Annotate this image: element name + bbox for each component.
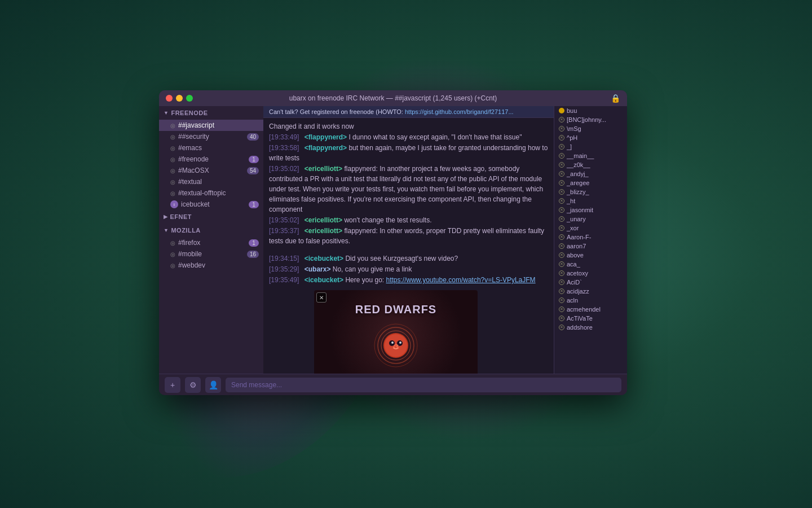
user-item-aaron-f[interactable]: ✕ Aaron-F- bbox=[554, 233, 627, 242]
channel-hash-icon: ◎ bbox=[170, 251, 175, 257]
video-title: RED DWARFS bbox=[355, 303, 436, 316]
remove-icon: ✕ bbox=[559, 180, 564, 186]
network-efnet[interactable]: ▶ EFNET bbox=[159, 210, 263, 224]
user-item-acid-backtick[interactable]: ✕ AciD` bbox=[554, 278, 627, 287]
user-item-aaron7[interactable]: ✕ aaron7 bbox=[554, 242, 627, 251]
user-name: above bbox=[567, 252, 584, 259]
remove-icon: ✕ bbox=[559, 189, 564, 195]
user-button[interactable]: 👤 bbox=[205, 377, 221, 393]
user-item-andyj[interactable]: ✕ _andyj_ bbox=[554, 169, 627, 178]
arrow-icon: ▶ bbox=[164, 214, 168, 220]
user-name: addshore bbox=[567, 324, 593, 331]
sidebar-item-textual-offtopic[interactable]: ◎ #textual-offtopic bbox=[159, 187, 263, 199]
timestamp: [19:33:49] bbox=[269, 133, 299, 141]
sender-name: <icebucket> bbox=[304, 255, 343, 262]
user-name: acidjazz bbox=[567, 288, 589, 295]
user-item-main[interactable]: ✕ __main__ bbox=[554, 151, 627, 160]
message-row: [19:35:02] <ericelliott> flappynerd: In … bbox=[269, 164, 548, 214]
op-icon bbox=[559, 108, 564, 113]
remove-icon: ✕ bbox=[559, 198, 564, 204]
timestamp: [19:34:15] bbox=[269, 255, 299, 262]
sidebar-item-textual[interactable]: ◎ #textual bbox=[159, 176, 263, 187]
user-name: AciD` bbox=[567, 279, 582, 286]
sidebar-item-webdev[interactable]: ◎ #webdev bbox=[159, 260, 263, 271]
lock-icon: 🔒 bbox=[611, 94, 620, 103]
sidebar-item-firefox[interactable]: ◎ #firefox 1 bbox=[159, 237, 263, 248]
network-mozilla[interactable]: ▼ MOZILLA bbox=[159, 224, 263, 237]
channel-hash-icon: ◎ bbox=[170, 156, 175, 163]
sidebar-item-freenode[interactable]: ◎ #freenode 1 bbox=[159, 154, 263, 165]
sidebar-item-mobile[interactable]: ◎ #mobile 16 bbox=[159, 248, 263, 260]
remove-icon: ✕ bbox=[559, 162, 564, 168]
sender-name: <ubarx> bbox=[304, 265, 331, 273]
sidebar: ▼ FREENODE ◎ ##javascript ◎ ##security 4… bbox=[159, 106, 263, 374]
user-name: [BNC]johnny... bbox=[567, 116, 606, 123]
sidebar-item-security[interactable]: ◎ ##security 40 bbox=[159, 131, 263, 142]
messages-container: Changed it and it works now [19:33:49] <… bbox=[263, 118, 554, 374]
remove-icon: ✕ bbox=[559, 325, 564, 330]
user-icon: 👤 bbox=[209, 380, 218, 389]
user-item-addshore[interactable]: ✕ addshore bbox=[554, 323, 627, 332]
svg-point-4 bbox=[385, 334, 407, 357]
user-item-z0k[interactable]: ✕ __z0k__ bbox=[554, 160, 627, 169]
user-item-above[interactable]: ✕ above bbox=[554, 251, 627, 260]
notice-text: Can't talk? Get registered on freenode (… bbox=[269, 108, 405, 115]
remove-icon: ✕ bbox=[559, 225, 564, 231]
channel-label: #textual bbox=[178, 178, 202, 186]
minimize-button[interactable] bbox=[176, 95, 183, 102]
user-item-ph[interactable]: ✕ ^pH bbox=[554, 133, 627, 142]
user-item-buu[interactable]: buu bbox=[554, 106, 627, 115]
user-name: _] bbox=[567, 143, 572, 150]
youtube-link[interactable]: https://www.youtube.com/watch?v=LS-VPyLa… bbox=[386, 276, 536, 284]
user-item-acidjazz[interactable]: ✕ acidjazz bbox=[554, 287, 627, 296]
user-item-activate[interactable]: ✕ AcTiVaTe bbox=[554, 314, 627, 323]
traffic-lights bbox=[166, 95, 193, 102]
arrow-icon: ▼ bbox=[164, 227, 169, 233]
user-name: _aregee bbox=[567, 179, 589, 186]
maximize-button[interactable] bbox=[186, 95, 193, 102]
channel-label: #mobile bbox=[178, 250, 202, 258]
user-item-bracket[interactable]: ✕ _] bbox=[554, 142, 627, 151]
user-item-unary[interactable]: ✕ _unary bbox=[554, 214, 627, 224]
message-text: Here you go: bbox=[345, 276, 386, 284]
user-item-jasonmit[interactable]: ✕ _jasonmit bbox=[554, 205, 627, 214]
gear-icon: ⚙ bbox=[189, 380, 197, 389]
user-name: Aaron-F- bbox=[567, 234, 591, 240]
notice-bar: Can't talk? Get registered on freenode (… bbox=[263, 106, 554, 118]
add-button[interactable]: + bbox=[165, 377, 180, 393]
network-freenode[interactable]: ▼ FREENODE bbox=[159, 106, 263, 120]
channel-hash-icon: ◎ bbox=[170, 134, 175, 140]
sidebar-item-icebucket[interactable]: i icebucket 1 bbox=[159, 199, 263, 210]
user-item-lmsg[interactable]: ✕ \mSg bbox=[554, 124, 627, 133]
user-item-xor[interactable]: ✕ _xor bbox=[554, 224, 627, 233]
network-efnet-label: EFNET bbox=[170, 213, 192, 220]
user-item-acln[interactable]: ✕ acln bbox=[554, 296, 627, 305]
user-avatar-icon: i bbox=[170, 200, 178, 208]
user-name: _unary bbox=[567, 216, 586, 222]
user-item-aca[interactable]: ✕ aca_ bbox=[554, 260, 627, 269]
channel-hash-icon: ◎ bbox=[170, 190, 175, 196]
user-item-bnc[interactable]: ✕ [BNC]johnny... bbox=[554, 115, 627, 124]
user-item-acetoxy[interactable]: ✕ acetoxy bbox=[554, 269, 627, 278]
sidebar-item-javascript[interactable]: ◎ ##javascript bbox=[159, 120, 263, 131]
message-input[interactable] bbox=[226, 378, 621, 392]
sender-name: <icebucket> bbox=[304, 276, 343, 284]
user-name: _blizzy_ bbox=[567, 189, 589, 195]
remove-icon: ✕ bbox=[559, 216, 564, 222]
user-item-acmehendel[interactable]: ✕ acmehendel bbox=[554, 305, 627, 314]
user-item-ht[interactable]: ✕ _ht bbox=[554, 196, 627, 205]
close-embed-button[interactable]: ✕ bbox=[316, 292, 326, 303]
close-button[interactable] bbox=[166, 95, 173, 102]
remove-icon: ✕ bbox=[559, 171, 564, 177]
main-layout: ▼ FREENODE ◎ ##javascript ◎ ##security 4… bbox=[159, 106, 627, 374]
user-item-aregee[interactable]: ✕ _aregee bbox=[554, 178, 627, 187]
settings-button[interactable]: ⚙ bbox=[185, 377, 201, 393]
sidebar-item-macosx[interactable]: ◎ #MacOSX 54 bbox=[159, 165, 263, 176]
sidebar-item-emacs[interactable]: ◎ #emacs bbox=[159, 142, 263, 154]
user-name: AcTiVaTe bbox=[567, 315, 593, 322]
timestamp: [19:33:58] bbox=[269, 144, 299, 152]
user-item-blizzy[interactable]: ✕ _blizzy_ bbox=[554, 187, 627, 196]
notice-link[interactable]: https://gist.github.com/brigand/f27117..… bbox=[405, 108, 514, 115]
svg-point-8 bbox=[399, 341, 401, 344]
badge-macosx: 54 bbox=[247, 167, 259, 174]
